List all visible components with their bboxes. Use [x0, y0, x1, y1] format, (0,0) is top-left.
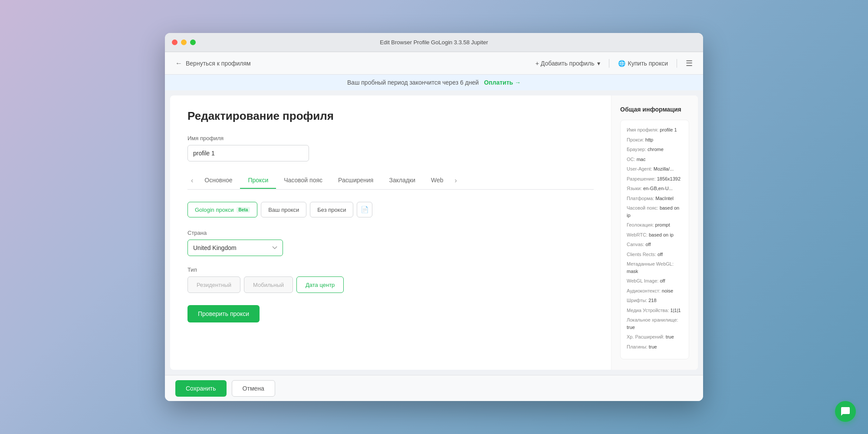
check-proxy-button[interactable]: Проверить прокси: [187, 305, 260, 322]
mobile-button[interactable]: Мобильный: [244, 276, 293, 293]
country-select[interactable]: United Kingdom United States Germany Fra…: [187, 240, 283, 256]
add-profile-label: + Добавить профиль: [536, 60, 595, 67]
toolbar-separator: [609, 59, 609, 68]
info-row-media: Медиа Устройства: 1|1|1: [627, 307, 683, 314]
window-controls: [172, 39, 196, 45]
trial-banner: Ваш пробный период закончится через 6 дн…: [165, 75, 703, 90]
own-proxy-button[interactable]: Ваш прокси: [261, 202, 306, 217]
info-row-clientrects: Clients Rects: off: [627, 251, 683, 258]
cancel-label: Отмена: [243, 385, 264, 392]
info-row-timezone: Часовой пояс: based on ip: [627, 204, 683, 219]
info-row-browser: Браузер: chrome: [627, 146, 683, 153]
buy-proxy-label: Купить прокси: [628, 60, 668, 67]
info-row-webgl-meta: Метаданные WebGL: mask: [627, 260, 683, 275]
info-row-localstorage: Локальное хранилище: true: [627, 316, 683, 331]
file-icon: 📄: [361, 206, 369, 214]
info-row-canvas: Canvas: off: [627, 241, 683, 248]
bottom-bar: Сохранить Отмена: [165, 375, 703, 401]
tab-proxy[interactable]: Прокси: [240, 172, 276, 189]
info-row-geo: Геолокация: prompt: [627, 221, 683, 229]
tab-extensions[interactable]: Расширения: [330, 172, 381, 189]
info-row-plugins: Плагины: true: [627, 343, 683, 351]
info-row-platform: Платформа: MacIntel: [627, 195, 683, 202]
tabs-container: ‹ Основное Прокси Часовой пояс Расширени…: [187, 172, 594, 190]
no-proxy-label: Без прокси: [317, 207, 346, 213]
back-arrow-icon: ←: [175, 59, 182, 67]
chat-icon: [840, 406, 851, 417]
toolbar-right: + Добавить профиль ▾ 🌐 Купить прокси ☰: [536, 59, 693, 68]
sidebar-info: Общая информация Имя профиля: profile 1 …: [611, 95, 698, 370]
tab-basic[interactable]: Основное: [197, 172, 240, 189]
info-row-resolution: Разрешение: 1856x1392: [627, 175, 683, 183]
proxy-file-button[interactable]: 📄: [357, 202, 372, 217]
minimize-button[interactable]: [181, 39, 187, 45]
info-row-webgl-image: WebGL Image: off: [627, 277, 683, 285]
tab-timezone[interactable]: Часовой пояс: [276, 172, 330, 189]
chevron-down-icon: ▾: [597, 60, 600, 67]
residential-button[interactable]: Резидентный: [187, 276, 240, 293]
chat-button[interactable]: [835, 401, 856, 422]
type-group: Тип Резидентный Мобильный Дата центр: [187, 266, 594, 293]
close-button[interactable]: [172, 39, 178, 45]
trial-text: Ваш пробный период закончится через 6 дн…: [347, 79, 479, 86]
pay-button[interactable]: Оплатить →: [484, 79, 521, 86]
tab-web[interactable]: Web: [423, 172, 451, 189]
info-row-proxy: Прокси: http: [627, 136, 683, 144]
content-area: Редактирование профиля Имя профиля ‹ Осн…: [170, 95, 611, 370]
back-button[interactable]: ← Вернуться к профилям: [175, 59, 251, 67]
tab-prev-button[interactable]: ‹: [187, 172, 197, 189]
type-buttons: Резидентный Мобильный Дата центр: [187, 276, 594, 293]
info-row-useragent: User-Agent: Mozilla/...: [627, 165, 683, 173]
no-proxy-button[interactable]: Без прокси: [310, 202, 353, 217]
tab-bookmarks[interactable]: Закладки: [381, 172, 423, 189]
info-row-os: ОС: mac: [627, 156, 683, 163]
info-row-fonts: Шрифты: 218: [627, 297, 683, 304]
info-card: Имя профиля: profile 1 Прокси: http Брау…: [620, 120, 689, 359]
sidebar-info-title: Общая информация: [620, 106, 689, 113]
tab-next-button[interactable]: ›: [451, 172, 460, 189]
own-proxy-label: Ваш прокси: [268, 207, 299, 213]
back-label: Вернуться к профилям: [186, 60, 251, 67]
page-title: Редактирование профиля: [187, 109, 594, 123]
proxy-type-group: Gologin прокси Beta Ваш прокси Без прокс…: [187, 202, 594, 217]
menu-button[interactable]: ☰: [686, 59, 693, 68]
datacenter-button[interactable]: Дата центр: [296, 276, 344, 293]
info-row-ext-storage: Хр. Расширений: true: [627, 333, 683, 341]
titlebar: Edit Browser Profile GoLogin 3.3.58 Jupi…: [165, 33, 703, 52]
beta-badge: Beta: [237, 207, 250, 213]
profile-name-group: Имя профиля: [187, 135, 594, 161]
toolbar: ← Вернуться к профилям + Добавить профил…: [165, 52, 703, 75]
maximize-button[interactable]: [190, 39, 196, 45]
globe-icon: 🌐: [618, 60, 625, 67]
add-profile-button[interactable]: + Добавить профиль ▾: [536, 60, 600, 67]
country-group: Страна United Kingdom United States Germ…: [187, 230, 594, 256]
save-label: Сохранить: [186, 385, 216, 392]
main-area: Редактирование профиля Имя профиля ‹ Осн…: [170, 95, 698, 370]
buy-proxy-button[interactable]: 🌐 Купить прокси: [618, 60, 668, 67]
save-button[interactable]: Сохранить: [175, 380, 227, 397]
window-title: Edit Browser Profile GoLogin 3.3.58 Jupi…: [380, 39, 488, 46]
cancel-button[interactable]: Отмена: [232, 380, 275, 397]
info-row-profile: Имя профиля: profile 1: [627, 126, 683, 134]
profile-name-label: Имя профиля: [187, 135, 594, 141]
gologin-proxy-button[interactable]: Gologin прокси Beta: [187, 202, 257, 217]
app-window: Edit Browser Profile GoLogin 3.3.58 Jupi…: [165, 33, 703, 401]
info-row-languages: Языки: en-GB,en-U...: [627, 185, 683, 192]
info-row-webrtc: WebRTC: based on ip: [627, 231, 683, 239]
info-row-audio: Аудиоконтекст: noise: [627, 287, 683, 295]
check-proxy-label: Проверить прокси: [198, 310, 249, 317]
gologin-proxy-label: Gologin прокси: [195, 207, 234, 213]
toolbar-separator-2: [677, 59, 677, 68]
profile-name-input[interactable]: [187, 145, 309, 161]
country-label: Страна: [187, 230, 594, 236]
pay-label: Оплатить →: [484, 79, 521, 86]
type-label: Тип: [187, 266, 594, 273]
